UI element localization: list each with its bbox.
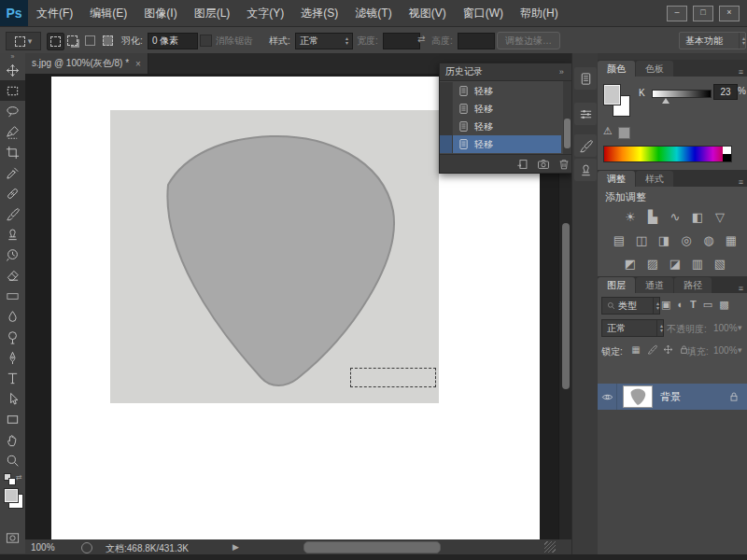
- minimize-button[interactable]: –: [667, 6, 687, 21]
- close-button[interactable]: ×: [719, 6, 740, 21]
- maximize-button[interactable]: □: [693, 6, 713, 21]
- crop-tool[interactable]: [0, 142, 25, 162]
- blur-tool[interactable]: [0, 306, 25, 327]
- tab-adjustments[interactable]: 调整: [598, 171, 635, 187]
- menu-window[interactable]: 窗口(W): [455, 0, 512, 26]
- history-scrollbar-thumb[interactable]: [564, 119, 571, 148]
- eyedropper-tool[interactable]: [0, 162, 25, 183]
- antialias-checkbox[interactable]: [200, 35, 212, 47]
- clone-source-panel-icon[interactable]: [574, 159, 597, 181]
- new-snapshot-icon[interactable]: [537, 158, 550, 171]
- menu-view[interactable]: 视图(V): [401, 0, 455, 26]
- hand-tool[interactable]: [0, 429, 25, 450]
- selection-marquee[interactable]: [350, 368, 436, 387]
- move-tool[interactable]: [0, 60, 25, 80]
- tool-preset-picker[interactable]: ▾: [6, 32, 41, 50]
- lock-transparent-pixels-icon[interactable]: ▦: [629, 343, 642, 357]
- levels-icon[interactable]: ▙: [644, 209, 661, 225]
- feather-input[interactable]: 0 像素: [148, 33, 198, 49]
- tab-layers[interactable]: 图层: [598, 277, 635, 293]
- filter-adjustment-layers-icon[interactable]: ◐: [677, 299, 684, 311]
- menu-filter[interactable]: 滤镜(T): [346, 0, 400, 26]
- foreground-color-swatch[interactable]: [4, 488, 19, 503]
- zoom-tool[interactable]: [0, 450, 25, 470]
- quick-selection-tool[interactable]: [0, 121, 25, 142]
- history-entry-selected[interactable]: 轻移: [440, 135, 561, 153]
- black-white-icon[interactable]: ◨: [655, 232, 672, 248]
- dodge-tool[interactable]: [0, 327, 25, 347]
- gradient-tool[interactable]: [0, 286, 25, 306]
- photo-image[interactable]: [110, 110, 439, 403]
- selective-color-icon[interactable]: ▧: [712, 256, 728, 272]
- brush-panel-icon[interactable]: [574, 134, 597, 157]
- history-entry[interactable]: 轻移: [440, 82, 561, 100]
- filter-shape-layers-icon[interactable]: ▭: [703, 299, 712, 311]
- opacity-value[interactable]: 100%: [713, 323, 738, 333]
- refine-edge-button[interactable]: 调整边缘…: [497, 32, 560, 49]
- panel-menu-icon[interactable]: ≡: [739, 284, 747, 293]
- history-entry[interactable]: 轻移: [440, 100, 561, 118]
- clone-stamp-tool[interactable]: [0, 224, 25, 245]
- curves-icon[interactable]: ∿: [667, 209, 684, 225]
- height-input[interactable]: [458, 33, 495, 49]
- spot-healing-tool[interactable]: [0, 183, 25, 203]
- k-slider-thumb[interactable]: [662, 98, 669, 104]
- shape-tool[interactable]: [0, 409, 25, 429]
- rect-marquee-tool[interactable]: [0, 80, 25, 101]
- width-input[interactable]: [383, 33, 420, 49]
- gamut-color-swatch[interactable]: [618, 127, 630, 139]
- resize-grip[interactable]: [544, 541, 556, 553]
- filter-pixel-layers-icon[interactable]: ▣: [661, 299, 670, 311]
- menu-image[interactable]: 图像(I): [135, 0, 185, 26]
- tab-paths[interactable]: 路径: [674, 277, 712, 293]
- swap-dimensions-icon[interactable]: ⇄: [417, 34, 425, 44]
- menu-file[interactable]: 文件(F): [28, 0, 81, 26]
- vertical-scrollbar-thumb[interactable]: [562, 223, 570, 389]
- history-panel-icon[interactable]: [574, 67, 597, 90]
- menu-select[interactable]: 选择(S): [292, 0, 346, 26]
- workspace-switcher[interactable]: 基本功能 ▴▾: [679, 32, 746, 49]
- style-dropdown[interactable]: 正常 ▴▾: [295, 33, 353, 49]
- menu-layer[interactable]: 图层(L): [186, 0, 239, 26]
- exposure-icon[interactable]: ◧: [689, 209, 706, 225]
- history-brush-tool[interactable]: [0, 245, 25, 265]
- layer-visibility-eye-icon[interactable]: [598, 384, 617, 410]
- foreground-color-swatch[interactable]: [603, 84, 621, 105]
- photo-filter-icon[interactable]: ◎: [678, 232, 695, 248]
- layer-row-background[interactable]: 背景: [598, 384, 747, 410]
- filter-smart-objects-icon[interactable]: ▩: [719, 299, 728, 311]
- hue-saturation-icon[interactable]: ▤: [611, 232, 627, 248]
- layer-thumbnail[interactable]: [623, 385, 653, 408]
- eraser-tool[interactable]: [0, 265, 25, 286]
- filter-type-layers-icon[interactable]: T: [690, 299, 697, 311]
- opacity-dropdown-icon[interactable]: ▾: [738, 323, 742, 332]
- history-source-well[interactable]: [440, 135, 453, 153]
- history-source-well[interactable]: [440, 100, 453, 118]
- quick-mask-button[interactable]: [0, 527, 25, 548]
- gamut-warning-icon[interactable]: ⚠: [603, 125, 613, 137]
- history-scrollbar[interactable]: [563, 81, 571, 154]
- tab-channels[interactable]: 通道: [636, 277, 673, 293]
- zoom-level-field[interactable]: 100%: [31, 542, 55, 553]
- tab-styles[interactable]: 样式: [636, 171, 673, 187]
- k-value-input[interactable]: 23: [713, 84, 738, 100]
- collapse-toolbox-icon[interactable]: »: [0, 53, 25, 60]
- menu-type[interactable]: 文字(Y): [238, 0, 292, 26]
- fill-value[interactable]: 100%: [713, 345, 738, 356]
- status-flyout-icon[interactable]: ▶: [233, 542, 239, 552]
- color-spectrum-ramp[interactable]: [603, 146, 732, 162]
- document-tab[interactable]: s.jpg @ 100%(灰色/8) * ×: [25, 53, 148, 74]
- vibrance-icon[interactable]: ▽: [712, 209, 728, 225]
- color-lookup-icon[interactable]: ▦: [723, 232, 740, 248]
- blend-mode-dropdown[interactable]: 正常 ▴▾: [601, 319, 664, 337]
- panel-menu-icon[interactable]: ≡: [739, 177, 747, 187]
- properties-panel-icon[interactable]: [574, 103, 597, 125]
- brightness-contrast-icon[interactable]: ☀: [622, 209, 639, 225]
- history-entry[interactable]: 轻移: [440, 118, 561, 135]
- panel-menu-icon[interactable]: ≡: [739, 67, 747, 77]
- threshold-icon[interactable]: ◪: [667, 256, 684, 272]
- horizontal-scrollbar-thumb[interactable]: [303, 541, 441, 553]
- invert-icon[interactable]: ◩: [622, 256, 639, 272]
- brush-tool[interactable]: [0, 203, 25, 224]
- new-document-from-state-icon[interactable]: [516, 158, 529, 171]
